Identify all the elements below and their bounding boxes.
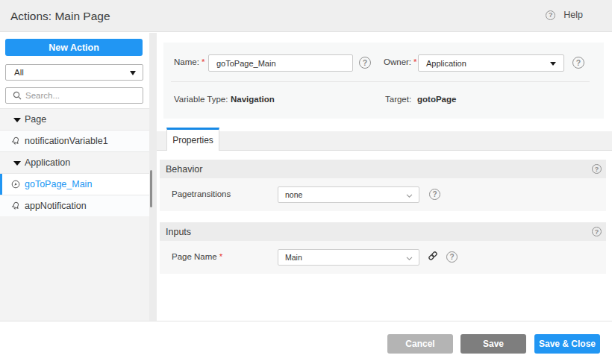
link-icon[interactable] [428,251,438,261]
required-asterisk: * [202,57,204,66]
pagetransitions-dropdown[interactable]: none [278,186,419,203]
required-asterisk: * [219,252,222,261]
search-icon [13,91,22,100]
target-value: gotoPage [417,95,456,104]
panel-splitter[interactable] [149,33,157,321]
page-name-label: Page Name* [172,252,222,261]
filter-select-value: All [14,68,24,77]
tree-item-appnotification[interactable]: appNotification [0,195,149,217]
tab-strip: Properties [157,128,612,151]
dialog-footer: Cancel Save Save & Close [0,321,612,364]
behavior-section-title: Behavior [166,164,202,175]
save-button[interactable]: Save [460,334,526,354]
new-action-button[interactable]: New Action [5,39,143,56]
search-input[interactable] [25,91,130,100]
save-and-close-button[interactable]: Save & Close [534,334,600,354]
tree-group-page[interactable]: Page [0,109,149,131]
chevron-down-icon [406,255,413,262]
tab-label: Properties [172,135,213,145]
variable-type-value: Navigation [231,95,275,104]
behavior-section-body: Pagetransitions none ? [160,178,606,211]
help-button[interactable]: ? Help [546,10,583,20]
tree-group-label: Application [25,157,70,168]
help-icon: ? [546,10,555,20]
pagetransitions-help-icon[interactable]: ? [429,189,440,200]
owner-select[interactable]: Application [418,54,564,72]
page-name-value: Main [285,253,302,262]
tree-item-label: goToPage_Main [25,179,92,189]
name-label: Name:* [174,57,204,66]
tree-item-label: notificationVariable1 [25,136,108,146]
actions-sidebar: New Action All Page notificationVariable… [0,33,149,321]
page-name-dropdown[interactable]: Main [278,249,419,266]
search-box [5,87,143,104]
page-name-help-icon[interactable]: ? [446,251,458,263]
inputs-help-icon[interactable]: ? [592,227,602,236]
sidebar-filler [0,216,149,321]
behavior-section: Behavior ? Pagetransitions none ? [160,160,606,211]
actions-dialog: Actions: Main Page ? Help New Action All… [0,0,612,364]
tree-item-gotopage-main[interactable]: goToPage_Main [0,174,149,195]
inputs-section-title: Inputs [166,227,191,237]
caret-down-icon [550,62,556,66]
chevron-down-icon [406,192,413,199]
owner-label: Owner:* [384,57,417,66]
behavior-help-icon[interactable]: ? [592,164,602,174]
action-detail-panel: Name:* ? Owner:* Application ? Variable … [157,33,612,321]
sidebar-scrollbar-thumb[interactable] [150,170,152,207]
required-asterisk: * [413,57,416,66]
dialog-header: Actions: Main Page ? Help [0,0,612,32]
target-label: Target: [385,95,411,104]
actions-tree: Page notificationVariable1 Application g… [0,108,149,217]
cancel-button[interactable]: Cancel [387,334,453,354]
page-title: Actions: Main Page [10,10,110,23]
inputs-section-header: Inputs ? [160,222,606,241]
name-input[interactable] [208,54,353,72]
variable-type-label: Variable Type: [174,95,228,104]
tab-strip-background [157,131,612,151]
owner-help-icon[interactable]: ? [572,57,584,69]
inputs-section: Inputs ? Page Name* Main ? [160,222,606,274]
caret-down-icon [130,71,136,75]
bell-icon [11,201,20,210]
owner-select-value: Application [426,59,466,68]
filter-select[interactable]: All [5,64,143,81]
pagetransitions-label: Pagetransitions [172,189,231,198]
inputs-section-body: Page Name* Main ? [160,241,606,274]
expand-caret-icon[interactable] [13,118,21,122]
tab-properties[interactable]: Properties [166,128,219,151]
tree-group-label: Page [25,114,46,125]
tree-group-application[interactable]: Application [0,152,149,174]
tree-item-label: appNotification [25,201,87,211]
navigate-icon [11,180,20,189]
panel-divider [171,81,590,82]
help-label: Help [563,10,583,20]
bell-icon [11,136,20,145]
name-help-icon[interactable]: ? [359,57,371,69]
action-summary-panel: Name:* ? Owner:* Application ? Variable … [163,43,604,119]
behavior-section-header: Behavior ? [160,160,606,178]
expand-caret-icon[interactable] [13,161,21,166]
tree-item-notificationvariable1[interactable]: notificationVariable1 [0,131,149,152]
pagetransitions-value: none [285,190,302,199]
